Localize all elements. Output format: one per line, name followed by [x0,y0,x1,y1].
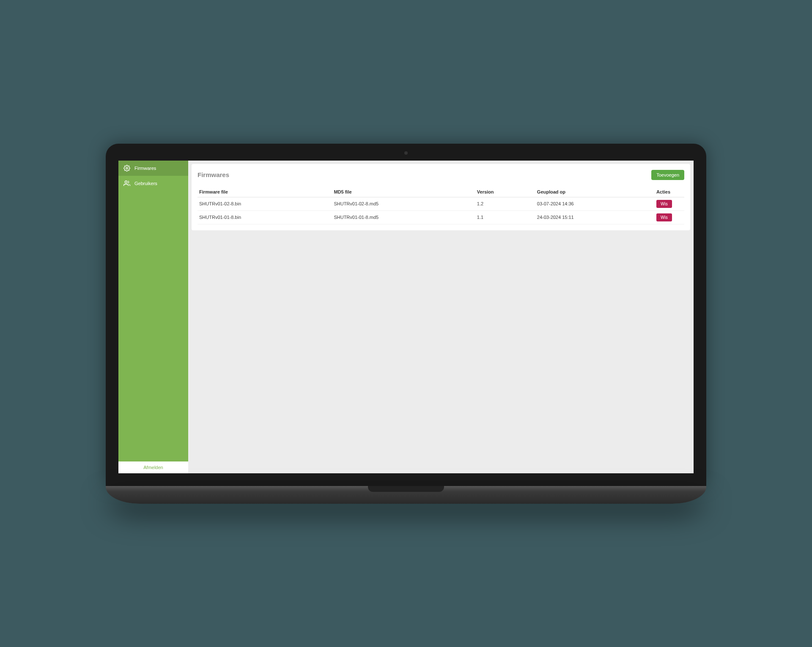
cell-firmware-file: SHUTRv01-02-8.bin [198,197,332,210]
sidebar-item-gebruikers[interactable]: Gebruikers [118,176,188,191]
firmwares-table: Firmware file MD5 file Version Geupload … [198,187,684,224]
firmwares-panel: Firmwares Toevoegen Firmware file MD5 fi… [192,164,690,230]
laptop-camera [404,151,408,155]
gear-icon [123,165,130,172]
logout-label: Afmelden [143,465,163,470]
page-title: Firmwares [198,171,229,178]
cell-version: 1.1 [475,210,535,224]
laptop-bezel: Firmwares Gebruikers [106,144,706,486]
col-header-md5-file: MD5 file [332,187,475,197]
cell-md5-file: SHUTRv01-02-8.md5 [332,197,475,210]
cell-firmware-file: SHUTRv01-01-8.bin [198,210,332,224]
cell-version: 1.2 [475,197,535,210]
main-content: Firmwares Toevoegen Firmware file MD5 fi… [188,161,694,473]
cell-uploaded-on: 03-07-2024 14:36 [535,197,655,210]
laptop-mockup: Firmwares Gebruikers [106,144,706,504]
add-button[interactable]: Toevoegen [651,170,684,180]
col-header-uploaded-on: Geupload op [535,187,655,197]
logout-button[interactable]: Afmelden [118,461,188,473]
cell-md5-file: SHUTRv01-01-8.md5 [332,210,475,224]
sidebar-item-label: Gebruikers [134,181,157,186]
delete-button[interactable]: Wis [656,200,672,208]
col-header-version: Version [475,187,535,197]
laptop-base [106,486,706,504]
sidebar: Firmwares Gebruikers [118,161,188,473]
sidebar-items: Firmwares Gebruikers [118,161,188,461]
cell-uploaded-on: 24-03-2024 15:11 [535,210,655,224]
sidebar-item-label: Firmwares [134,166,156,171]
delete-button[interactable]: Wis [656,213,672,221]
table-row: SHUTRv01-02-8.bin SHUTRv01-02-8.md5 1.2 … [198,197,684,210]
svg-point-0 [126,167,128,169]
sidebar-item-firmwares[interactable]: Firmwares [118,161,188,176]
table-row: SHUTRv01-01-8.bin SHUTRv01-01-8.md5 1.1 … [198,210,684,224]
users-icon [123,180,130,187]
app-screen: Firmwares Gebruikers [118,161,694,473]
col-header-firmware-file: Firmware file [198,187,332,197]
cell-actions: Wis [655,197,684,210]
svg-point-1 [125,181,127,183]
col-header-actions: Acties [655,187,684,197]
table-header-row: Firmware file MD5 file Version Geupload … [198,187,684,197]
panel-header: Firmwares Toevoegen [198,170,684,180]
cell-actions: Wis [655,210,684,224]
